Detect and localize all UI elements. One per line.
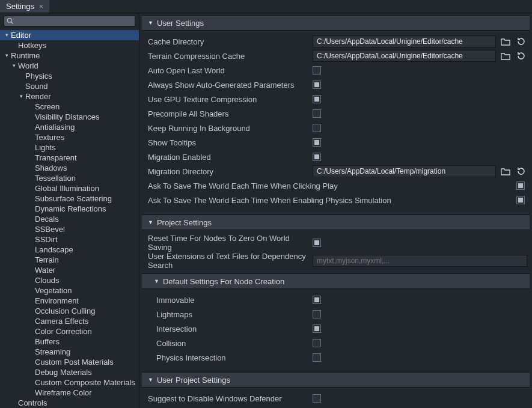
tree-item-visibility-distances[interactable]: Visibility Distances (0, 112, 139, 122)
tree-item-world[interactable]: ▾World (0, 61, 139, 71)
tree-item-debug-materials[interactable]: Debug Materials (0, 367, 139, 377)
checkbox-always-show[interactable] (313, 81, 321, 89)
section-header-user-project[interactable]: ▼ User Project Settings (142, 372, 530, 388)
checkbox-tooltips[interactable] (313, 138, 321, 147)
svg-line-1 (11, 22, 13, 24)
migration-dir-input[interactable] (313, 165, 496, 177)
row-tooltips: Show Tooltips (144, 135, 527, 150)
checkbox-collision[interactable] (313, 339, 321, 347)
label-migration-enabled: Migration Enabled (144, 153, 313, 162)
section-header-project[interactable]: ▼ Project Settings (142, 215, 530, 230)
checkbox-intersection[interactable] (313, 324, 321, 333)
tree-item-runtime[interactable]: ▾Runtime (0, 50, 139, 61)
tree-item-label: Subsurface Scattering (34, 193, 112, 204)
folder-icon[interactable] (500, 35, 512, 47)
tree-item-label: Vegetation (34, 285, 72, 296)
tree-item-tessellation[interactable]: Tessellation (0, 173, 139, 183)
tree-item-physics[interactable]: Physics (0, 71, 139, 81)
tree-item-shadows[interactable]: Shadows (0, 163, 139, 173)
section-header-defaults[interactable]: ▼ Default Settings For Node Creation (142, 273, 530, 289)
tree-item-buffers[interactable]: Buffers (0, 336, 139, 347)
label-lightmaps: Lightmaps (144, 310, 313, 319)
tree-item-label: Hotkeys (17, 40, 46, 50)
row-terrain-cache: Terrain Compression Cache (144, 49, 527, 63)
tree-item-label: Runtime (10, 50, 40, 61)
tree-item-screen[interactable]: Screen (0, 102, 139, 112)
tree-item-label: Editor (10, 30, 31, 40)
chevron-icon: ▾ (11, 61, 17, 71)
chevron-down-icon: ▼ (148, 377, 153, 383)
user-extensions-input[interactable] (313, 255, 527, 267)
settings-content: ▼ User Settings Cache Directory Terrain … (139, 13, 532, 408)
folder-icon[interactable] (500, 50, 512, 62)
tree-item-terrain[interactable]: Terrain (0, 255, 139, 265)
checkbox-defender[interactable] (313, 394, 321, 403)
tree-item-water[interactable]: Water (0, 265, 139, 275)
tree-item-landscape[interactable]: Landscape (0, 245, 139, 255)
tree-item-transparent[interactable]: Transparent (0, 153, 139, 163)
row-editable-base: Editable Base Materials (144, 406, 527, 408)
tree-item-label: Wireframe Color (34, 388, 92, 398)
label-intersection: Intersection (144, 324, 313, 333)
checkbox-reset-time[interactable] (313, 239, 321, 247)
label-reset-time: Reset Time For Nodes To Zero On World Sa… (144, 234, 313, 252)
section-user-project-settings: ▼ User Project Settings Suggest to Disab… (142, 372, 530, 408)
search-input[interactable] (16, 17, 132, 25)
tree-item-antialiasing[interactable]: Antialiasing (0, 122, 139, 132)
search-input-wrap[interactable] (4, 16, 135, 26)
checkbox-keep-bg[interactable] (313, 124, 321, 132)
reset-icon[interactable] (515, 165, 527, 177)
tree-item-dynamic-reflections[interactable]: Dynamic Reflections (0, 204, 139, 214)
tree-item-camera-effects[interactable]: Camera Effects (0, 316, 139, 326)
tree-item-occlusion-culling[interactable]: Occlusion Culling (0, 306, 139, 316)
tree-item-controls[interactable]: Controls (0, 398, 139, 408)
tree-item-lights[interactable]: Lights (0, 142, 139, 153)
tree-item-custom-post-materials[interactable]: Custom Post Materials (0, 357, 139, 367)
tree-item-custom-composite-materials[interactable]: Custom Composite Materials (0, 377, 139, 388)
tree-item-hotkeys[interactable]: Hotkeys (0, 40, 139, 50)
tree-item-decals[interactable]: Decals (0, 214, 139, 224)
tree-item-environment[interactable]: Environment (0, 296, 139, 306)
reset-icon[interactable] (515, 35, 527, 47)
section-header-user[interactable]: ▼ User Settings (142, 15, 530, 31)
label-tooltips: Show Tooltips (144, 138, 313, 147)
tree-item-subsurface-scattering[interactable]: Subsurface Scattering (0, 193, 139, 204)
tab-settings[interactable]: Settings × (0, 0, 49, 13)
tree-item-ssbevel[interactable]: SSBevel (0, 224, 139, 234)
tree-item-label: Custom Post Materials (34, 357, 114, 367)
cache-directory-input[interactable] (313, 35, 496, 47)
tree-item-textures[interactable]: Textures (0, 132, 139, 142)
checkbox-auto-open[interactable] (313, 66, 321, 75)
row-always-show: Always Show Auto-Generated Parameters (144, 78, 527, 92)
tree-item-label: Transparent (34, 153, 77, 163)
label-auto-open: Auto Open Last World (144, 66, 313, 75)
row-cache-directory: Cache Directory (144, 34, 527, 49)
tree-item-streaming[interactable]: Streaming (0, 347, 139, 357)
section-title: Default Settings For Node Creation (163, 277, 284, 286)
folder-icon[interactable] (500, 165, 512, 177)
tree-item-sound[interactable]: Sound (0, 81, 139, 91)
tree-item-global-illumination[interactable]: Global Illumination (0, 183, 139, 193)
tree-item-color-correction[interactable]: Color Correction (0, 326, 139, 336)
tree-item-clouds[interactable]: Clouds (0, 275, 139, 285)
checkbox-precompile[interactable] (313, 109, 321, 118)
tree-item-label: Controls (17, 398, 47, 408)
tree-item-ssdirt[interactable]: SSDirt (0, 234, 139, 245)
close-icon[interactable]: × (39, 2, 43, 11)
checkbox-phys-int[interactable] (313, 353, 321, 362)
tree-item-wireframe-color[interactable]: Wireframe Color (0, 388, 139, 398)
checkbox-ask-phys[interactable] (516, 196, 525, 204)
tree-item-vegetation[interactable]: Vegetation (0, 285, 139, 296)
checkbox-migration-enabled[interactable] (313, 153, 321, 161)
label-keep-bg: Keep Running In Background (144, 124, 313, 133)
terrain-cache-input[interactable] (313, 50, 496, 62)
label-phys-int: Physics Intersection (144, 353, 313, 362)
reset-icon[interactable] (515, 50, 527, 62)
chevron-icon: ▾ (4, 30, 10, 40)
tree-item-render[interactable]: ▾Render (0, 91, 139, 102)
checkbox-gpu-tex[interactable] (313, 95, 321, 103)
tree-item-editor[interactable]: ▾Editor (0, 30, 139, 40)
checkbox-lightmaps[interactable] (313, 310, 321, 318)
checkbox-ask-play[interactable] (516, 181, 525, 190)
checkbox-immovable[interactable] (313, 296, 321, 304)
